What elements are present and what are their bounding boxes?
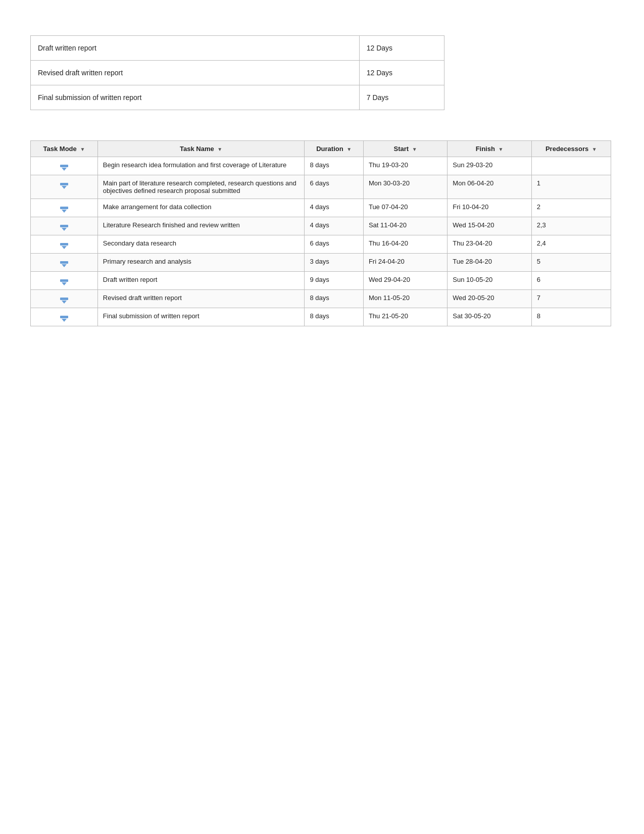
summary-task-name: Final submission of written report [31, 85, 360, 110]
summary-task-name: Revised draft written report [31, 61, 360, 85]
task-duration-cell: 8 days [305, 308, 363, 326]
task-mode-icon [60, 298, 68, 304]
task-start-cell: Thu 19-03-20 [363, 157, 447, 175]
task-duration-cell: 9 days [305, 272, 363, 290]
task-start-cell: Sat 11-04-20 [363, 217, 447, 235]
col-header-predecessors[interactable]: Predecessors ▼ [531, 141, 611, 157]
task-duration-cell: 6 days [305, 235, 363, 254]
task-finish-cell: Mon 06-04-20 [448, 175, 531, 199]
task-table-wrapper: Task Mode ▼ Task Name ▼ Duration ▼ Start… [30, 140, 614, 326]
task-predecessors-cell: 7 [531, 290, 611, 308]
task-start-cell: Fri 24-04-20 [363, 254, 447, 272]
task-finish-cell: Thu 23-04-20 [448, 235, 531, 254]
task-duration-cell: 8 days [305, 290, 363, 308]
col-header-taskmode[interactable]: Task Mode ▼ [31, 141, 98, 157]
task-duration-cell: 4 days [305, 199, 363, 217]
task-row: Draft written report 9 days Wed 29-04-20… [31, 272, 611, 290]
task-finish-cell: Sun 29-03-20 [448, 157, 531, 175]
task-start-cell: Thu 21-05-20 [363, 308, 447, 326]
task-table: Task Mode ▼ Task Name ▼ Duration ▼ Start… [30, 140, 611, 326]
task-finish-cell: Fri 10-04-20 [448, 199, 531, 217]
task-mode-icon [60, 279, 68, 285]
task-mode-icon [60, 183, 68, 189]
task-row: Primary research and analysis 3 days Fri… [31, 254, 611, 272]
task-row: Begin research idea formulation and firs… [31, 157, 611, 175]
summary-table: Draft written report 12 Days Revised dra… [30, 35, 444, 110]
task-row: Secondary data research 6 days Thu 16-04… [31, 235, 611, 254]
summary-task-duration: 12 Days [359, 36, 444, 61]
task-row: Revised draft written report 8 days Mon … [31, 290, 611, 308]
col-header-finish[interactable]: Finish ▼ [448, 141, 531, 157]
task-mode-icon-cell [31, 175, 98, 199]
task-row: Make arrangement for data collection 4 d… [31, 199, 611, 217]
task-finish-cell: Wed 20-05-20 [448, 290, 531, 308]
task-name-cell: Revised draft written report [97, 290, 305, 308]
summary-row: Revised draft written report 12 Days [31, 61, 444, 85]
task-mode-icon-cell [31, 308, 98, 326]
task-mode-icon-cell [31, 235, 98, 254]
task-duration-cell: 6 days [305, 175, 363, 199]
task-predecessors-cell: 2 [531, 199, 611, 217]
task-row: Final submission of written report 8 day… [31, 308, 611, 326]
task-name-cell: Main part of literature research complet… [97, 175, 305, 199]
task-mode-icon [60, 165, 68, 171]
col-header-duration[interactable]: Duration ▼ [305, 141, 363, 157]
task-name-cell: Make arrangement for data collection [97, 199, 305, 217]
task-mode-icon-cell [31, 199, 98, 217]
task-finish-cell: Tue 28-04-20 [448, 254, 531, 272]
task-duration-cell: 8 days [305, 157, 363, 175]
task-predecessors-cell: 2,4 [531, 235, 611, 254]
summary-task-name: Draft written report [31, 36, 360, 61]
summary-row: Draft written report 12 Days [31, 36, 444, 61]
task-mode-icon-cell [31, 290, 98, 308]
task-finish-cell: Wed 15-04-20 [448, 217, 531, 235]
task-start-cell: Mon 11-05-20 [363, 290, 447, 308]
task-mode-icon-cell [31, 157, 98, 175]
task-name-cell: Draft written report [97, 272, 305, 290]
task-finish-cell: Sun 10-05-20 [448, 272, 531, 290]
task-start-cell: Wed 29-04-20 [363, 272, 447, 290]
task-mode-icon [60, 207, 68, 213]
task-start-cell: Mon 30-03-20 [363, 175, 447, 199]
task-predecessors-cell [531, 157, 611, 175]
task-name-cell: Literature Research finished and review … [97, 217, 305, 235]
task-row: Literature Research finished and review … [31, 217, 611, 235]
task-name-cell: Final submission of written report [97, 308, 305, 326]
summary-task-duration: 7 Days [359, 85, 444, 110]
task-start-cell: Tue 07-04-20 [363, 199, 447, 217]
task-duration-cell: 3 days [305, 254, 363, 272]
col-header-taskname[interactable]: Task Name ▼ [97, 141, 305, 157]
task-start-cell: Thu 16-04-20 [363, 235, 447, 254]
task-mode-icon-cell [31, 217, 98, 235]
task-mode-icon [60, 261, 68, 267]
task-finish-cell: Sat 30-05-20 [448, 308, 531, 326]
task-predecessors-cell: 5 [531, 254, 611, 272]
task-name-cell: Secondary data research [97, 235, 305, 254]
task-predecessors-cell: 1 [531, 175, 611, 199]
task-mode-icon [60, 225, 68, 231]
col-header-start[interactable]: Start ▼ [363, 141, 447, 157]
task-mode-icon [60, 243, 68, 249]
task-duration-cell: 4 days [305, 217, 363, 235]
task-predecessors-cell: 2,3 [531, 217, 611, 235]
task-name-cell: Begin research idea formulation and firs… [97, 157, 305, 175]
task-mode-icon [60, 316, 68, 322]
summary-task-duration: 12 Days [359, 61, 444, 85]
summary-row: Final submission of written report 7 Day… [31, 85, 444, 110]
task-row: Main part of literature research complet… [31, 175, 611, 199]
task-predecessors-cell: 8 [531, 308, 611, 326]
task-name-cell: Primary research and analysis [97, 254, 305, 272]
task-mode-icon-cell [31, 272, 98, 290]
task-predecessors-cell: 6 [531, 272, 611, 290]
task-mode-icon-cell [31, 254, 98, 272]
